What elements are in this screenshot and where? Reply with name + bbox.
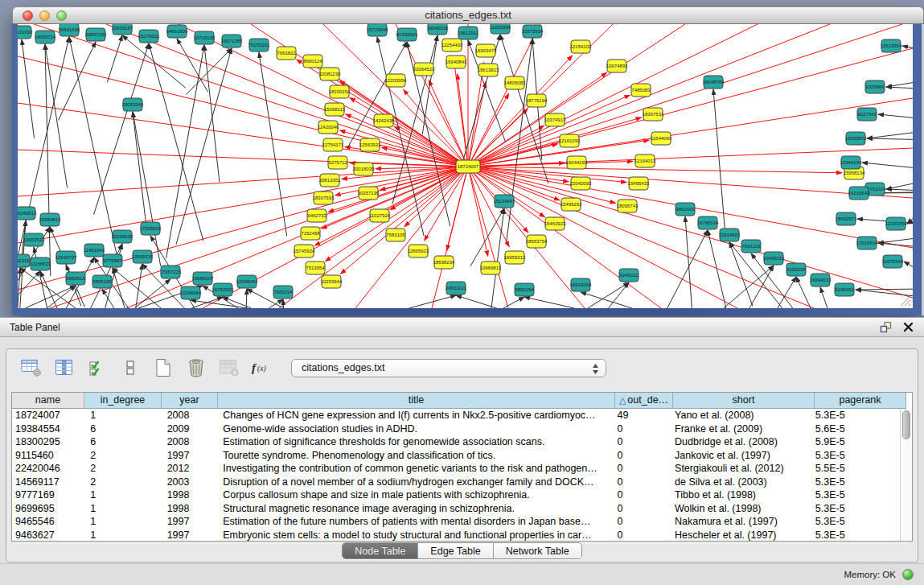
table-cell[interactable]: 2 (84, 462, 160, 476)
graph-node[interactable]: 15723948 (367, 24, 388, 36)
column-header-pagerank[interactable]: pagerank (815, 393, 906, 409)
table-row[interactable]: 946554611997Estimation of the future num… (12, 515, 900, 529)
graph-node[interactable]: 30357195 (358, 187, 380, 200)
graph-node[interactable]: 10573934 (522, 25, 544, 38)
table-cell[interactable]: 1 (84, 409, 160, 422)
table-cell[interactable]: 1 (84, 488, 160, 502)
close-button[interactable] (23, 10, 33, 21)
graph-node[interactable]: 7691123 (741, 240, 761, 253)
graph-node[interactable]: 12865923 (408, 245, 429, 257)
table-cell[interactable]: 1 (84, 515, 160, 529)
table-cell[interactable]: Tourette syndrome. Phenomenology and cla… (216, 449, 610, 463)
graph-node[interactable]: 24501121 (446, 282, 467, 295)
graph-node[interactable]: 18307593 (313, 192, 335, 204)
table-cell[interactable]: Yano et al. (2008) (668, 409, 809, 422)
graph-node[interactable]: 16959312 (504, 251, 526, 264)
graph-node[interactable]: 11513954 (881, 39, 902, 52)
table-cell[interactable]: 1 (84, 502, 160, 516)
graph-node[interactable]: 64661609 (166, 25, 188, 38)
table-cell[interactable]: 2 (84, 449, 160, 463)
table-cell[interactable]: 6 (84, 422, 160, 436)
graph-node[interactable]: 10719135 (194, 31, 216, 44)
column-header-name[interactable]: name (12, 393, 84, 409)
graph-node[interactable]: 22064523 (413, 63, 435, 76)
table-cell[interactable]: Structural magnetic resonance image aver… (216, 502, 610, 516)
graph-node[interactable]: 15276021 (138, 30, 160, 43)
zoom-button[interactable] (56, 10, 67, 21)
table-cell[interactable]: 6 (84, 435, 160, 449)
table-cell[interactable]: 1997 (161, 529, 217, 542)
row-height-button[interactable] (118, 356, 142, 380)
graph-node[interactable]: 12563931 (359, 138, 381, 151)
graph-node[interactable]: 15745924 (294, 245, 315, 257)
table-row[interactable]: 1830029562008Estimation of significance … (12, 435, 900, 449)
graph-node[interactable]: 7513654 (306, 262, 325, 274)
table-cell[interactable]: 18300295 (12, 435, 84, 449)
graph-node[interactable]: 18953754 (526, 235, 548, 248)
graph-node[interactable]: 9275712 (328, 156, 347, 169)
table-cell[interactable]: 9777169 (12, 488, 84, 502)
graph-node[interactable]: 16795014 (697, 216, 719, 229)
graph-node[interactable]: 9329966 (865, 80, 885, 93)
graph-node[interactable]: 12203954 (385, 74, 407, 87)
table-cell[interactable]: 22420046 (12, 462, 84, 476)
graph-node[interactable]: 9245092 (835, 283, 854, 296)
table-row[interactable]: 977716911998Corpus callosum shape and si… (12, 488, 900, 502)
graph-node[interactable]: 7663822 (277, 47, 296, 60)
graph-node[interactable]: 15954813 (39, 213, 61, 226)
graph-node[interactable]: 7925234 (273, 286, 293, 299)
graph-node[interactable]: 12164013 (634, 154, 656, 167)
table-cell[interactable]: Tibbo et al. (1998) (668, 488, 809, 502)
graph-node[interactable]: 12156823 (30, 257, 51, 270)
graph-node[interactable]: 13953533 (23, 233, 45, 246)
table-cell[interactable]: 2008 (161, 435, 217, 449)
graph-node[interactable]: 16210643 (848, 187, 870, 200)
graph-node[interactable]: 16671385 (221, 35, 243, 47)
table-cell[interactable]: 5.9E-5 (809, 435, 900, 449)
table-cell[interactable]: 5.5E-5 (809, 462, 900, 476)
table-cell[interactable]: 1997 (161, 515, 217, 529)
table-cell[interactable]: 0 (611, 435, 669, 449)
graph-node[interactable]: 12444154 (840, 156, 862, 169)
graph-node[interactable]: 15495433 (628, 177, 650, 190)
graph-node[interactable]: 20631093 (18, 26, 33, 39)
graph-node[interactable]: 7485083 (631, 84, 651, 97)
table-cell[interactable]: de Silva et al. (2003) (668, 476, 809, 489)
table-cell[interactable]: 0 (611, 449, 669, 463)
graph-node[interactable]: 12942737 (55, 251, 77, 264)
table-cell[interactable]: Estimation of the future numbers of pati… (216, 515, 610, 529)
graph-node[interactable]: 16963473 (475, 44, 497, 57)
graph-node[interactable]: 15368113 (324, 103, 346, 116)
graph-node[interactable]: 17016504 (856, 237, 878, 249)
table-cell[interactable]: Corpus callosum shape and size in male p… (216, 488, 610, 502)
graph-node[interactable]: 16752903 (212, 283, 234, 296)
table-row[interactable]: 1872400712008Changes of HCN gene express… (12, 409, 900, 422)
graph-node[interactable]: 16094513 (810, 274, 832, 286)
graph-node[interactable]: 12093872 (845, 132, 867, 145)
graph-node[interactable]: 10969813 (480, 262, 502, 274)
tab-network-table[interactable]: Network Table (493, 543, 581, 558)
table-cell[interactable]: 9465546 (12, 515, 84, 529)
graph-node[interactable]: 10253944 (321, 275, 343, 288)
graph-node[interactable]: 20813351 (319, 174, 341, 187)
graph-node[interactable]: 16044293 (566, 156, 588, 169)
table-cell[interactable]: Nakamura et al. (1997) (668, 515, 809, 529)
graph-node[interactable]: 10465013 (763, 252, 785, 265)
graph-node[interactable]: 12754171 (322, 138, 344, 151)
table-cell[interactable]: 1998 (161, 488, 217, 502)
table-cell[interactable]: 2003 (161, 476, 217, 489)
graph-node[interactable]: 12103354 (885, 217, 907, 230)
column-header-in_degree[interactable]: in_degree (84, 393, 162, 409)
graph-node[interactable]: 10653287 (112, 24, 133, 35)
table-cell[interactable]: 2012 (161, 462, 217, 476)
graph-node[interactable]: 18724007 (456, 160, 480, 173)
table-row[interactable]: 911546021997Tourette syndrome. Phenomeno… (12, 449, 900, 463)
table-cell[interactable]: Disruption of a novel member of a sodium… (216, 476, 610, 489)
table-cell[interactable]: Stergiakouli et al. (2012) (668, 462, 809, 476)
graph-node[interactable]: 10974893 (606, 60, 628, 72)
table-cell[interactable]: 5.3E-5 (809, 488, 900, 502)
graph-node[interactable]: 22081230 (319, 68, 341, 80)
graph-node[interactable]: 11027924 (369, 209, 391, 222)
delete-rows-button[interactable] (184, 356, 208, 380)
graph-node[interactable]: 15134457 (494, 195, 515, 208)
